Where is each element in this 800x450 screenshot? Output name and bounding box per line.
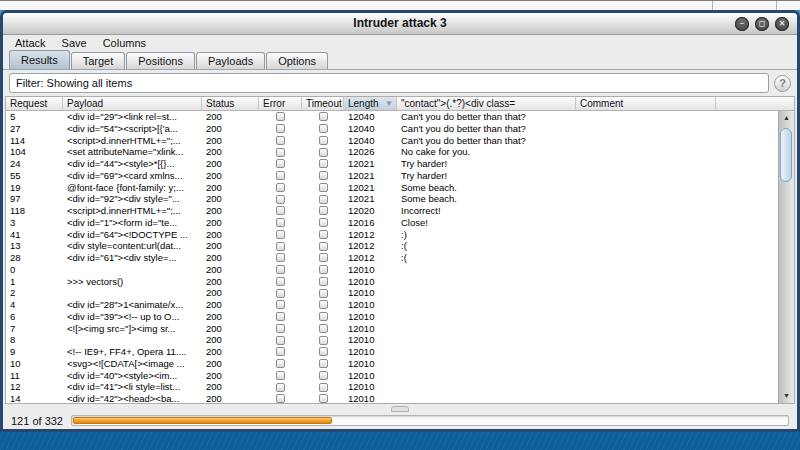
error-checkbox[interactable] bbox=[276, 183, 285, 192]
error-checkbox[interactable] bbox=[276, 112, 285, 121]
timeout-checkbox[interactable] bbox=[319, 371, 328, 380]
table-row[interactable]: 10<svg><![CDATA[><image ...20012010 bbox=[6, 358, 778, 370]
table-row[interactable]: 12<div id="41"><li style=list...20012010 bbox=[6, 381, 778, 393]
timeout-checkbox[interactable] bbox=[319, 148, 328, 157]
timeout-checkbox[interactable] bbox=[319, 136, 328, 145]
table-row[interactable]: 13<div style=content:url(dat...20012012:… bbox=[6, 240, 778, 252]
timeout-checkbox[interactable] bbox=[319, 195, 328, 204]
timeout-checkbox[interactable] bbox=[319, 394, 328, 403]
table-row[interactable]: 24<div id="44"><style>*[{}...20012021Try… bbox=[6, 158, 778, 170]
error-checkbox[interactable] bbox=[276, 136, 285, 145]
table-row[interactable]: 6<div id="39"><!-- up to O...20012010 bbox=[6, 311, 778, 323]
table-row[interactable]: 114<script>d.innerHTML+=";...20012040Can… bbox=[6, 135, 778, 147]
table-row[interactable]: 55<div id="69"><card xmlns...20012021Try… bbox=[6, 170, 778, 182]
error-checkbox[interactable] bbox=[276, 324, 285, 333]
error-checkbox[interactable] bbox=[276, 206, 285, 215]
table-row[interactable]: 104<set attributeName="xlink...20012026N… bbox=[6, 146, 778, 158]
timeout-checkbox[interactable] bbox=[319, 277, 328, 286]
timeout-checkbox[interactable] bbox=[319, 242, 328, 251]
error-checkbox[interactable] bbox=[276, 277, 285, 286]
timeout-checkbox[interactable] bbox=[319, 206, 328, 215]
column-header-timeout[interactable]: Timeout bbox=[302, 97, 344, 110]
table-row[interactable]: 020012010 bbox=[6, 264, 778, 276]
table-row[interactable]: 5<div id="29"><link rel=st...20012040Can… bbox=[6, 111, 778, 123]
maximize-button[interactable]: ◻ bbox=[755, 17, 769, 31]
table-row[interactable]: 820012010 bbox=[6, 334, 778, 346]
timeout-checkbox[interactable] bbox=[319, 218, 328, 227]
vertical-scrollbar[interactable]: ▲ ▼ bbox=[778, 111, 794, 403]
table-row[interactable]: 4<div id="28">1<animate/x...20012010 bbox=[6, 299, 778, 311]
table-row[interactable]: 14<div id="42"><head><ba...20012010 bbox=[6, 393, 778, 403]
table-row[interactable]: 41<div id="64"><!DOCTYPE ...20012012:) bbox=[6, 229, 778, 241]
error-checkbox[interactable] bbox=[276, 171, 285, 180]
table-row[interactable]: 19@font-face {font-family: y;...20012021… bbox=[6, 182, 778, 194]
scrollbar-thumb[interactable] bbox=[780, 128, 792, 182]
error-checkbox[interactable] bbox=[276, 124, 285, 133]
table-row[interactable]: 9<!-- IE9+, FF4+, Opera 11....20012010 bbox=[6, 346, 778, 358]
table-row[interactable]: 7<![><img src="]><img sr...20012010 bbox=[6, 323, 778, 335]
error-checkbox[interactable] bbox=[276, 253, 285, 262]
error-checkbox[interactable] bbox=[276, 394, 285, 403]
error-checkbox[interactable] bbox=[276, 265, 285, 274]
timeout-checkbox[interactable] bbox=[319, 183, 328, 192]
column-header-payload[interactable]: Payload bbox=[63, 97, 202, 110]
column-header-request[interactable]: Request bbox=[6, 97, 63, 110]
error-checkbox[interactable] bbox=[276, 359, 285, 368]
error-checkbox[interactable] bbox=[276, 230, 285, 239]
timeout-checkbox[interactable] bbox=[319, 300, 328, 309]
help-button[interactable]: ? bbox=[774, 75, 791, 92]
timeout-checkbox[interactable] bbox=[319, 347, 328, 356]
table-row[interactable]: 27<div id="54"><script>[{'a...20012040Ca… bbox=[6, 123, 778, 135]
timeout-checkbox[interactable] bbox=[319, 159, 328, 168]
menu-attack[interactable]: Attack bbox=[15, 37, 46, 49]
tab-target[interactable]: Target bbox=[71, 52, 126, 69]
table-row[interactable]: 1>>> vectors()20012010 bbox=[6, 276, 778, 288]
timeout-checkbox[interactable] bbox=[319, 253, 328, 262]
error-checkbox[interactable] bbox=[276, 312, 285, 321]
timeout-checkbox[interactable] bbox=[319, 171, 328, 180]
menu-columns[interactable]: Columns bbox=[103, 37, 146, 49]
table-row[interactable]: 11<div id="40"><style><im...20012010 bbox=[6, 370, 778, 382]
table-row[interactable]: 3<div id="1"><form id="te...20012016Clos… bbox=[6, 217, 778, 229]
tab-results[interactable]: Results bbox=[9, 50, 70, 69]
timeout-checkbox[interactable] bbox=[319, 324, 328, 333]
filter-input[interactable]: Filter: Showing all items bbox=[9, 73, 769, 93]
timeout-checkbox[interactable] bbox=[319, 289, 328, 298]
timeout-checkbox[interactable] bbox=[319, 312, 328, 321]
error-checkbox[interactable] bbox=[276, 371, 285, 380]
column-header-error[interactable]: Error bbox=[259, 97, 302, 110]
timeout-checkbox[interactable] bbox=[319, 336, 328, 345]
tab-positions[interactable]: Positions bbox=[126, 52, 195, 69]
minimize-button[interactable]: − bbox=[735, 17, 749, 31]
tab-payloads[interactable]: Payloads bbox=[196, 52, 265, 69]
scroll-down-icon[interactable]: ▼ bbox=[779, 390, 794, 402]
column-header-length[interactable]: Length▼ bbox=[344, 97, 397, 110]
tab-options[interactable]: Options bbox=[266, 52, 328, 69]
window-titlebar[interactable]: Intruder attack 3 − ◻ ✕ bbox=[3, 13, 797, 35]
timeout-checkbox[interactable] bbox=[319, 265, 328, 274]
table-row[interactable]: 118<script>d.innerHTML+=";...20012020Inc… bbox=[6, 205, 778, 217]
timeout-checkbox[interactable] bbox=[319, 383, 328, 392]
timeout-checkbox[interactable] bbox=[319, 359, 328, 368]
column-header-status[interactable]: Status bbox=[202, 97, 259, 110]
error-checkbox[interactable] bbox=[276, 289, 285, 298]
table-row[interactable]: 97<div id="92"><div style="...20012021So… bbox=[6, 193, 778, 205]
column-header-comment[interactable]: Comment bbox=[576, 97, 716, 110]
error-checkbox[interactable] bbox=[276, 148, 285, 157]
timeout-checkbox[interactable] bbox=[319, 112, 328, 121]
error-checkbox[interactable] bbox=[276, 242, 285, 251]
close-button[interactable]: ✕ bbox=[775, 17, 789, 31]
error-checkbox[interactable] bbox=[276, 336, 285, 345]
error-checkbox[interactable] bbox=[276, 159, 285, 168]
table-row[interactable]: 220012010 bbox=[6, 287, 778, 299]
split-handle[interactable] bbox=[391, 406, 409, 412]
error-checkbox[interactable] bbox=[276, 347, 285, 356]
menu-save[interactable]: Save bbox=[62, 37, 87, 49]
timeout-checkbox[interactable] bbox=[319, 230, 328, 239]
scroll-up-icon[interactable]: ▲ bbox=[779, 112, 794, 124]
error-checkbox[interactable] bbox=[276, 300, 285, 309]
error-checkbox[interactable] bbox=[276, 218, 285, 227]
error-checkbox[interactable] bbox=[276, 383, 285, 392]
error-checkbox[interactable] bbox=[276, 195, 285, 204]
table-row[interactable]: 28<div id="61"><div style=...20012012:( bbox=[6, 252, 778, 264]
